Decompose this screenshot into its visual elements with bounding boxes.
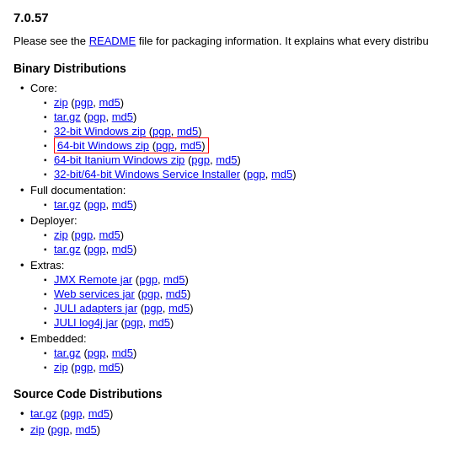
- core-service-installer-pgp[interactable]: pgp: [247, 168, 265, 180]
- deployer-label: Deployer:: [30, 214, 78, 227]
- extras-jmx-extra: (pgp, md5): [136, 273, 189, 286]
- extras-juli-adapters-link[interactable]: JULI adapters jar: [54, 302, 137, 315]
- embedded-zip-extra: (pgp, md5): [71, 361, 124, 374]
- intro-before-link: Please see the: [13, 35, 89, 47]
- embedded-targz-md5[interactable]: md5: [112, 347, 133, 359]
- binary-distributions-section: Binary Distributions Core: zip (pgp, md5…: [13, 62, 463, 374]
- fulldoc-targz-pgp[interactable]: pgp: [88, 198, 106, 211]
- core-32bit-pgp[interactable]: pgp: [152, 125, 171, 137]
- source-distributions-section: Source Code Distributions tar.gz (pgp, m…: [13, 387, 463, 436]
- core-64bit-itanium-pgp[interactable]: pgp: [191, 153, 210, 166]
- extras-webservices-pgp[interactable]: pgp: [142, 288, 160, 300]
- embedded-targz-pgp[interactable]: pgp: [88, 347, 106, 359]
- extras-juli-log4j-link[interactable]: JULI log4j jar: [54, 316, 118, 329]
- list-item: tar.gz (pgp, md5): [44, 110, 463, 123]
- highlighted-row: 64-bit Windows zip (pgp, md5): [54, 137, 209, 153]
- core-64bit-md5[interactable]: md5: [180, 139, 201, 152]
- list-item: tar.gz (pgp, md5): [44, 243, 463, 255]
- list-item: JULI adapters jar (pgp, md5): [44, 302, 463, 315]
- deployer-sub-list: zip (pgp, md5) tar.gz (pgp, md5): [30, 228, 463, 255]
- extras-webservices-md5[interactable]: md5: [166, 288, 187, 300]
- list-item: JULI log4j jar (pgp, md5): [44, 316, 463, 329]
- core-32bit-extra: (pgp, md5): [149, 125, 202, 137]
- core-targz-md5[interactable]: md5: [112, 110, 133, 123]
- fulldoc-targz-extra: (pgp, md5): [83, 198, 136, 211]
- source-targz-md5[interactable]: md5: [88, 407, 110, 420]
- intro-after-link: file for packaging information. It expla…: [136, 35, 429, 47]
- source-zip-pgp[interactable]: pgp: [51, 423, 70, 436]
- extras-juli-adapters-pgp[interactable]: pgp: [144, 302, 163, 315]
- deployer-zip-pgp[interactable]: pgp: [75, 228, 94, 241]
- deployer-targz-md5[interactable]: md5: [112, 243, 133, 255]
- extras-jmx-md5[interactable]: md5: [163, 273, 185, 286]
- fulldoc-targz-link[interactable]: tar.gz: [54, 198, 81, 211]
- core-32bit-link[interactable]: 32-bit Windows zip: [54, 125, 146, 137]
- deployer-targz-link[interactable]: tar.gz: [54, 243, 81, 255]
- source-zip-extra: (pgp, md5): [47, 423, 100, 436]
- full-documentation-item: Full documentation: tar.gz (pgp, md5): [20, 184, 463, 211]
- extras-juli-adapters-md5[interactable]: md5: [168, 302, 190, 315]
- extras-juli-log4j-extra: (pgp, md5): [121, 316, 174, 329]
- binary-distributions-title: Binary Distributions: [13, 62, 463, 75]
- extras-juli-adapters-extra: (pgp, md5): [141, 302, 194, 315]
- deployer-targz-pgp[interactable]: pgp: [88, 243, 106, 255]
- deployer-targz-extra: (pgp, md5): [83, 243, 136, 255]
- core-64bit-pgp[interactable]: pgp: [156, 139, 174, 152]
- embedded-item: Embedded: tar.gz (pgp, md5) zip (pgp, md…: [20, 332, 463, 374]
- core-targz-pgp[interactable]: pgp: [88, 110, 106, 123]
- list-item: 64-bit Itanium Windows zip (pgp, md5): [44, 153, 463, 166]
- list-item: 32-bit Windows zip (pgp, md5): [44, 125, 463, 137]
- list-item: 64-bit Windows zip (pgp, md5): [44, 139, 463, 152]
- fulldoc-targz-md5[interactable]: md5: [112, 198, 133, 211]
- core-zip-link[interactable]: zip: [54, 96, 68, 109]
- list-item: tar.gz (pgp, md5): [44, 198, 463, 211]
- extras-juli-log4j-pgp[interactable]: pgp: [125, 316, 143, 329]
- readme-link[interactable]: README: [89, 35, 136, 47]
- core-targz-link[interactable]: tar.gz: [54, 110, 81, 123]
- core-targz-extra: (pgp, md5): [83, 110, 136, 123]
- list-item: zip (pgp, md5): [44, 228, 463, 241]
- core-zip-pgp[interactable]: pgp: [75, 96, 94, 109]
- core-zip-extra: (pgp, md5): [71, 96, 124, 109]
- source-targz-pgp[interactable]: pgp: [64, 407, 83, 420]
- list-item: 32-bit/64-bit Windows Service Installer …: [44, 168, 463, 180]
- list-item: zip (pgp, md5): [20, 423, 463, 436]
- core-64bit-itanium-extra: (pgp, md5): [188, 153, 241, 166]
- source-zip-link[interactable]: zip: [30, 423, 45, 436]
- extras-juli-log4j-md5[interactable]: md5: [149, 316, 170, 329]
- core-zip-md5[interactable]: md5: [99, 96, 120, 109]
- deployer-zip-md5[interactable]: md5: [99, 228, 120, 241]
- core-service-installer-link[interactable]: 32-bit/64-bit Windows Service Installer: [54, 168, 240, 180]
- embedded-zip-pgp[interactable]: pgp: [75, 361, 94, 374]
- extras-jmx-link[interactable]: JMX Remote jar: [54, 273, 132, 286]
- core-64bit-itanium-link[interactable]: 64-bit Itanium Windows zip: [54, 153, 185, 166]
- deployer-item: Deployer: zip (pgp, md5) tar.gz (pgp, md…: [20, 214, 463, 255]
- intro-text: Please see the README file for packaging…: [13, 33, 463, 50]
- binary-distributions-list: Core: zip (pgp, md5) tar.gz (pgp, md5) 3…: [13, 82, 463, 374]
- list-item: tar.gz (pgp, md5): [20, 407, 463, 420]
- full-documentation-label: Full documentation:: [30, 184, 126, 196]
- extras-jmx-pgp[interactable]: pgp: [139, 273, 158, 286]
- deployer-zip-link[interactable]: zip: [54, 228, 68, 241]
- embedded-label: Embedded:: [30, 332, 87, 345]
- list-item: Web services jar (pgp, md5): [44, 288, 463, 300]
- extras-label: Extras:: [30, 259, 64, 272]
- source-zip-md5[interactable]: md5: [76, 423, 97, 436]
- embedded-targz-link[interactable]: tar.gz: [54, 347, 81, 359]
- core-service-installer-extra: (pgp, md5): [243, 168, 297, 180]
- page-version: 7.0.57: [13, 10, 463, 24]
- source-targz-extra: (pgp, md5): [60, 407, 113, 420]
- core-label: Core:: [30, 82, 57, 94]
- core-32bit-md5[interactable]: md5: [177, 125, 198, 137]
- core-service-installer-md5[interactable]: md5: [271, 168, 292, 180]
- embedded-zip-link[interactable]: zip: [54, 361, 68, 374]
- core-64bit-link[interactable]: 64-bit Windows zip: [57, 139, 149, 152]
- embedded-zip-md5[interactable]: md5: [99, 361, 120, 374]
- source-targz-link[interactable]: tar.gz: [30, 407, 57, 420]
- list-item: JMX Remote jar (pgp, md5): [44, 273, 463, 286]
- full-documentation-sub-list: tar.gz (pgp, md5): [30, 198, 463, 211]
- extras-webservices-link[interactable]: Web services jar: [54, 288, 135, 300]
- embedded-targz-extra: (pgp, md5): [83, 347, 136, 359]
- core-64bit-itanium-md5[interactable]: md5: [216, 153, 237, 166]
- core-item: Core: zip (pgp, md5) tar.gz (pgp, md5) 3…: [20, 82, 463, 180]
